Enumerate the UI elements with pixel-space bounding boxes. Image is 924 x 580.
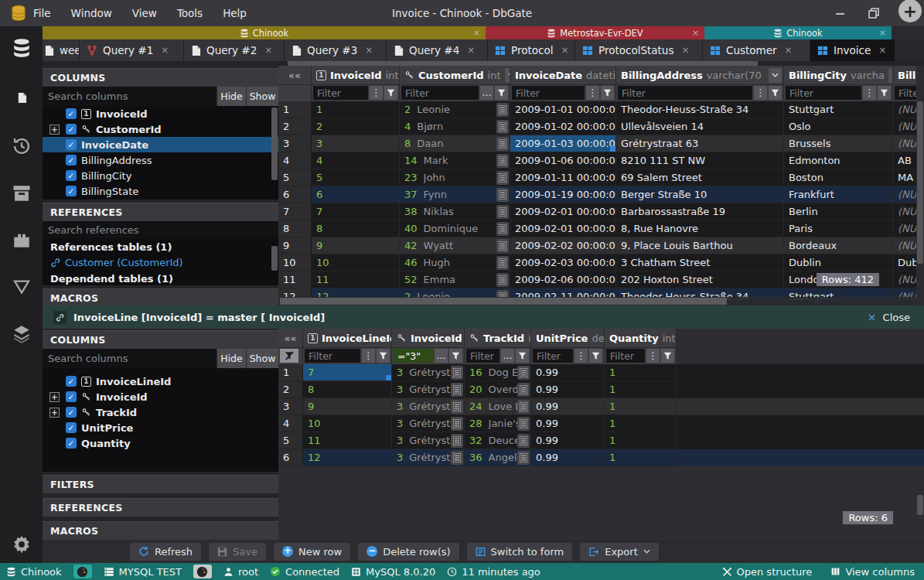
row-number[interactable]: 1 bbox=[278, 101, 312, 118]
tab-group-chinook[interactable]: Chinook× bbox=[43, 26, 486, 39]
restore-icon[interactable] bbox=[867, 6, 881, 20]
menu-help[interactable]: Help bbox=[223, 7, 247, 19]
row-number[interactable]: 5 bbox=[278, 169, 312, 186]
cell-billingaddress[interactable]: 69 Salem Street bbox=[616, 169, 784, 186]
cell-invoicelineid[interactable]: 9 bbox=[303, 398, 392, 415]
filter-input[interactable]: Filter bbox=[606, 349, 645, 363]
close-tab-icon[interactable]: × bbox=[681, 45, 689, 56]
filter-menu-button[interactable]: ⋮ bbox=[754, 86, 767, 100]
open-detail-icon[interactable] bbox=[451, 417, 463, 431]
filter-funnel-icon[interactable] bbox=[377, 349, 390, 363]
row-number[interactable]: 8 bbox=[278, 220, 312, 237]
refresh-button[interactable]: Refresh bbox=[130, 543, 201, 561]
status-connected[interactable]: Connected bbox=[270, 566, 339, 578]
cell-unitprice[interactable]: 0.99 bbox=[531, 364, 605, 381]
cell-billingaddress[interactable]: 202 Hoxton Street bbox=[616, 271, 784, 288]
row-number[interactable]: 2 bbox=[278, 381, 303, 398]
cell-invoiceid[interactable]: 11 bbox=[312, 271, 400, 288]
open-detail-icon[interactable] bbox=[496, 205, 509, 219]
cell-invoicedate[interactable]: 2009-01-06 00:00:00 bbox=[510, 152, 616, 169]
cell-invoiceid[interactable]: 3Grétrystraat 63 bbox=[392, 364, 465, 381]
cell-unitprice[interactable]: 0.99 bbox=[531, 381, 605, 398]
menu-view[interactable]: View bbox=[132, 7, 157, 19]
checkbox-checked-icon[interactable]: ✓ bbox=[66, 422, 77, 433]
cell-invoicedate[interactable]: 2009-02-03 00:00:00 bbox=[510, 254, 616, 271]
references-section-header[interactable]: REFERENCES bbox=[43, 498, 278, 517]
column-item-unitprice[interactable]: ✓UnitPrice bbox=[43, 420, 278, 435]
cell-invoicedate[interactable]: 2009-02-06 00:00:00 bbox=[510, 271, 616, 288]
macros-section-header[interactable]: MACROS bbox=[43, 521, 278, 540]
status-mysql-8-0-20[interactable]: MySQL 8.0.20 bbox=[351, 566, 435, 578]
cell-customerid[interactable]: 2Leonie bbox=[400, 101, 510, 118]
open-detail-icon[interactable] bbox=[517, 400, 530, 414]
cell-customerid[interactable]: 14Mark bbox=[400, 152, 510, 169]
tab-protocol[interactable]: Protocol× bbox=[488, 39, 575, 61]
close-group-icon[interactable]: × bbox=[473, 28, 480, 38]
cell-customerid[interactable]: 37Fynn bbox=[400, 186, 510, 203]
tab-query-3[interactable]: Query #3× bbox=[285, 39, 387, 61]
tab-group-chinook[interactable]: Chinook× bbox=[704, 26, 892, 39]
cell-invoicelineid[interactable]: 11 bbox=[303, 432, 392, 449]
cell-customerid[interactable]: 4Bjørn bbox=[400, 118, 510, 135]
collapse-columns-button[interactable]: «« bbox=[278, 66, 312, 85]
sidebar-layers-icon[interactable] bbox=[11, 322, 32, 344]
connection-color-badge[interactable] bbox=[193, 565, 212, 578]
filter-menu-button[interactable]: ⋮ bbox=[362, 349, 375, 363]
horizontal-scrollbar[interactable] bbox=[278, 297, 916, 305]
status-11-minutes-ago[interactable]: 11 minutes ago bbox=[447, 566, 540, 578]
open-detail-icon[interactable] bbox=[496, 137, 509, 151]
close-tab-icon[interactable]: × bbox=[161, 45, 169, 56]
filter-input[interactable]: Filter bbox=[305, 349, 360, 363]
cell-invoiceid[interactable]: 3Grétrystraat 63 bbox=[392, 398, 465, 415]
filter-funnel-icon[interactable] bbox=[878, 86, 891, 100]
row-number[interactable]: 4 bbox=[278, 415, 303, 432]
reference-link-customer[interactable]: Customer (CustomerId) bbox=[43, 255, 278, 270]
cell-invoicedate[interactable]: 2009-01-19 00:00:00 bbox=[510, 186, 616, 203]
cell-billingcity[interactable]: Berlin bbox=[784, 203, 893, 220]
checkbox-checked-icon[interactable]: ✓ bbox=[66, 438, 77, 449]
column-item-billingaddress[interactable]: ✓BillingAddress bbox=[43, 152, 278, 168]
row-number[interactable]: 7 bbox=[278, 203, 312, 220]
checkbox-checked-icon[interactable]: ✓ bbox=[66, 170, 77, 181]
cell-billingcity[interactable]: Bordeaux bbox=[784, 237, 893, 254]
column-item-billingcity[interactable]: ✓BillingCity bbox=[43, 168, 278, 183]
row-number[interactable]: 4 bbox=[278, 152, 312, 169]
filter-input[interactable]: ="3" bbox=[394, 349, 433, 363]
cell-billingcity[interactable]: Dublin bbox=[784, 254, 893, 271]
cell-invoiceid[interactable]: 6 bbox=[312, 186, 400, 203]
collapse-columns-button[interactable]: «« bbox=[278, 329, 303, 348]
cell-invoicedate[interactable]: 2009-02-02 00:00:00 bbox=[510, 237, 616, 254]
sidebar-history-icon[interactable] bbox=[11, 135, 32, 157]
close-tab-icon[interactable]: × bbox=[365, 45, 373, 56]
cell-billingcity[interactable]: Boston bbox=[784, 169, 893, 186]
column-item-quantity[interactable]: ✓Quantity bbox=[43, 435, 278, 451]
filter-menu-button[interactable]: ⋮ bbox=[586, 86, 599, 100]
status-chinook[interactable]: Chinook bbox=[6, 566, 62, 578]
search-columns-input[interactable]: Search columns bbox=[43, 87, 217, 106]
filter-input[interactable]: Filter bbox=[401, 86, 479, 100]
tab-query-2[interactable]: Query #2× bbox=[184, 39, 285, 61]
cell-billingaddress[interactable]: Grétrystraat 63 bbox=[616, 135, 784, 152]
filter-menu-button[interactable]: ⋮ bbox=[575, 349, 588, 363]
column-header-billingaddress[interactable]: BillingAddressvarchar(70 bbox=[616, 66, 784, 85]
column-header-customerid[interactable]: CustomerIdint bbox=[400, 66, 510, 85]
checkbox-checked-icon[interactable]: ✓ bbox=[66, 139, 77, 150]
cell-invoiceid[interactable]: 3Grétrystraat 63 bbox=[392, 415, 465, 432]
new-row-button[interactable]: +New row bbox=[274, 543, 350, 561]
clear-all-filters-button[interactable] bbox=[280, 349, 298, 363]
cell-unitprice[interactable]: 0.99 bbox=[531, 432, 605, 449]
cell-invoiceid[interactable]: 7 bbox=[312, 203, 400, 220]
close-tab-icon[interactable]: × bbox=[561, 45, 568, 56]
open-detail-icon[interactable] bbox=[451, 400, 463, 414]
sidebar-file-icon[interactable] bbox=[11, 87, 32, 108]
cell-invoiceid[interactable]: 3Grétrystraat 63 bbox=[392, 432, 465, 449]
cell-billingaddress[interactable]: Berger Straße 10 bbox=[616, 186, 784, 203]
cell-invoicedate[interactable]: 2009-01-11 00:00:00 bbox=[510, 169, 616, 186]
cell-quantity[interactable]: 1 bbox=[605, 415, 677, 432]
expand-icon[interactable]: + bbox=[49, 125, 60, 135]
horizontal-scrollbar-thumb[interactable] bbox=[280, 298, 727, 305]
cell-quantity[interactable]: 1 bbox=[605, 381, 677, 398]
cell-invoicedate[interactable]: 2009-01-02 00:00:00 bbox=[510, 118, 616, 135]
close-tab-icon[interactable]: × bbox=[785, 45, 793, 56]
filter-menu-button[interactable]: ⋮ bbox=[863, 86, 876, 100]
